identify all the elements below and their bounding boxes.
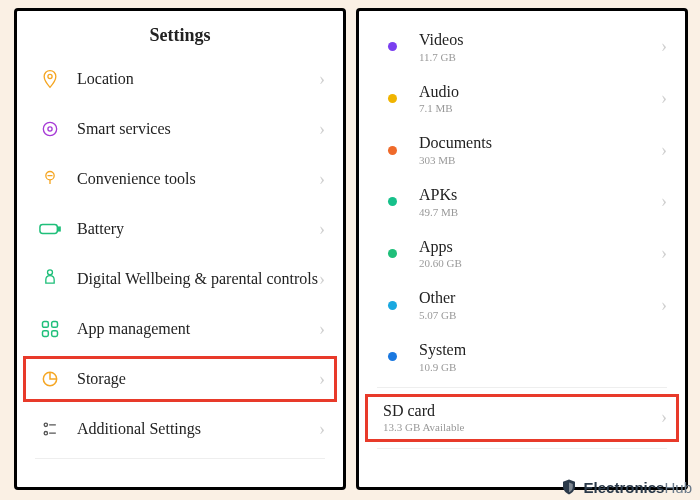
apps-icon xyxy=(35,319,65,339)
category-size: 20.60 GB xyxy=(419,257,661,269)
chevron-right-icon: › xyxy=(319,269,325,290)
chevron-right-icon: › xyxy=(661,36,667,57)
settings-list: Location › Smart services › Convenience … xyxy=(17,52,343,459)
settings-item-additional[interactable]: Additional Settings › xyxy=(17,404,343,454)
settings-item-convenience-tools[interactable]: Convenience tools › xyxy=(17,154,343,204)
category-label: Videos 11.7 GB xyxy=(407,31,661,63)
storage-category-system[interactable]: System 10.9 GB xyxy=(359,331,685,383)
settings-item-storage[interactable]: Storage › xyxy=(17,354,343,404)
dot-icon xyxy=(377,249,407,258)
category-size: 303 MB xyxy=(419,154,661,166)
watermark-brand: Electronics xyxy=(584,479,665,496)
chevron-right-icon: › xyxy=(319,169,325,190)
category-size: 49.7 MB xyxy=(419,206,661,218)
svg-rect-7 xyxy=(43,322,49,328)
storage-icon xyxy=(35,369,65,389)
svg-point-13 xyxy=(44,432,47,435)
settings-label: Additional Settings xyxy=(65,420,319,438)
settings-item-app-management[interactable]: App management › xyxy=(17,304,343,354)
sd-label: SD card 13.3 GB Available xyxy=(383,402,661,434)
category-label: Audio 7.1 MB xyxy=(407,83,661,115)
category-name: Videos xyxy=(419,31,463,48)
category-size: 10.9 GB xyxy=(419,361,667,373)
settings-item-digital-wellbeing[interactable]: Digital Wellbeing & parental controls › xyxy=(17,254,343,304)
settings-item-battery[interactable]: Battery › xyxy=(17,204,343,254)
convenience-icon xyxy=(35,169,65,189)
settings-label: Smart services xyxy=(65,120,319,138)
wellbeing-icon xyxy=(35,268,65,290)
category-name: APKs xyxy=(419,186,457,203)
sd-name: SD card xyxy=(383,402,435,419)
chevron-right-icon: › xyxy=(661,243,667,264)
chevron-right-icon: › xyxy=(319,319,325,340)
category-label: Other 5.07 GB xyxy=(407,289,661,321)
storage-category-apps[interactable]: Apps 20.60 GB › xyxy=(359,228,685,280)
category-label: Apps 20.60 GB xyxy=(407,238,661,270)
storage-category-videos[interactable]: Videos 11.7 GB › xyxy=(359,21,685,73)
shield-icon xyxy=(560,478,578,496)
chevron-right-icon: › xyxy=(319,369,325,390)
category-name: Audio xyxy=(419,83,459,100)
location-icon xyxy=(35,69,65,89)
dot-icon xyxy=(377,42,407,51)
settings-panel: Settings Location › Smart services › Con… xyxy=(14,8,346,490)
chevron-right-icon: › xyxy=(661,191,667,212)
svg-point-6 xyxy=(48,270,53,275)
storage-item-sd-card[interactable]: SD card 13.3 GB Available › xyxy=(359,392,685,444)
svg-point-12 xyxy=(44,423,47,426)
storage-category-audio[interactable]: Audio 7.1 MB › xyxy=(359,73,685,125)
chevron-right-icon: › xyxy=(661,140,667,161)
divider xyxy=(377,387,667,388)
svg-rect-9 xyxy=(43,331,49,337)
watermark-suffix: Hub xyxy=(664,479,692,496)
svg-rect-10 xyxy=(52,331,58,337)
dot-icon xyxy=(377,94,407,103)
category-label: System 10.9 GB xyxy=(407,341,667,373)
chevron-right-icon: › xyxy=(661,88,667,109)
settings-item-smart-services[interactable]: Smart services › xyxy=(17,104,343,154)
smart-icon xyxy=(35,119,65,139)
svg-point-0 xyxy=(48,74,52,78)
category-size: 11.7 GB xyxy=(419,51,661,63)
dot-icon xyxy=(377,352,407,361)
chevron-right-icon: › xyxy=(319,219,325,240)
category-name: System xyxy=(419,341,466,358)
divider xyxy=(35,458,325,459)
settings-label: Digital Wellbeing & parental controls xyxy=(65,270,319,288)
battery-icon xyxy=(35,222,65,236)
settings-label: Battery xyxy=(65,220,319,238)
storage-category-apks[interactable]: APKs 49.7 MB › xyxy=(359,176,685,228)
watermark-logo: ElectronicsHub xyxy=(560,478,692,496)
settings-label: App management xyxy=(65,320,319,338)
watermark-text: ElectronicsHub xyxy=(584,479,692,496)
storage-category-documents[interactable]: Documents 303 MB › xyxy=(359,124,685,176)
category-name: Documents xyxy=(419,134,492,151)
category-size: 7.1 MB xyxy=(419,102,661,114)
dot-icon xyxy=(377,146,407,155)
chevron-right-icon: › xyxy=(661,407,667,428)
chevron-right-icon: › xyxy=(661,295,667,316)
dot-icon xyxy=(377,197,407,206)
settings-label: Storage xyxy=(65,370,319,388)
sd-available: 13.3 GB Available xyxy=(383,421,661,433)
svg-rect-8 xyxy=(52,322,58,328)
divider xyxy=(377,448,667,449)
svg-point-1 xyxy=(43,122,56,135)
storage-list: Videos 11.7 GB › Audio 7.1 MB › Document… xyxy=(359,11,685,449)
settings-label: Convenience tools xyxy=(65,170,319,188)
storage-category-other[interactable]: Other 5.07 GB › xyxy=(359,279,685,331)
page-title: Settings xyxy=(17,11,343,52)
chevron-right-icon: › xyxy=(319,419,325,440)
category-name: Other xyxy=(419,289,455,306)
dot-icon xyxy=(377,301,407,310)
additional-icon xyxy=(35,419,65,439)
settings-item-location[interactable]: Location › xyxy=(17,54,343,104)
storage-panel: Videos 11.7 GB › Audio 7.1 MB › Document… xyxy=(356,8,688,490)
category-name: Apps xyxy=(419,238,453,255)
chevron-right-icon: › xyxy=(319,69,325,90)
svg-rect-4 xyxy=(40,224,57,233)
chevron-right-icon: › xyxy=(319,119,325,140)
svg-rect-5 xyxy=(58,227,60,231)
category-size: 5.07 GB xyxy=(419,309,661,321)
settings-label: Location xyxy=(65,70,319,88)
